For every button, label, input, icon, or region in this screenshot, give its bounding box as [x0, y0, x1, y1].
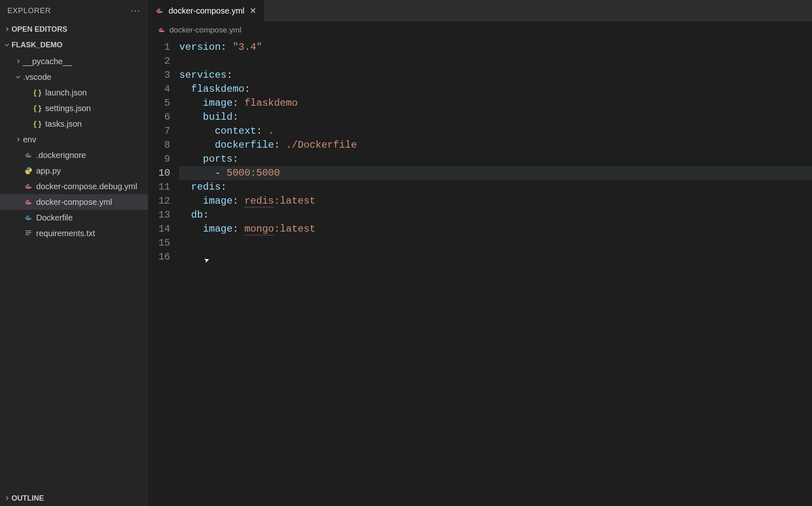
tree-item-label: settings.json: [45, 104, 91, 113]
file-item[interactable]: .dockerignore: [0, 147, 148, 163]
code-line[interactable]: [179, 250, 812, 264]
line-number: 7: [148, 124, 170, 138]
line-gutter: 12345678910111213141516: [148, 39, 179, 506]
line-number: 15: [148, 236, 170, 250]
outline-section[interactable]: OUTLINE: [0, 490, 148, 506]
folder-item[interactable]: __pycache__: [0, 53, 148, 69]
line-number: 4: [148, 82, 170, 96]
code-line[interactable]: image: flaskdemo: [179, 96, 812, 110]
svg-rect-31: [160, 28, 161, 29]
code-line[interactable]: redis:: [179, 180, 812, 194]
tree-item-label: __pycache__: [23, 57, 72, 66]
line-number: 11: [148, 180, 170, 194]
folder-item[interactable]: env: [0, 132, 148, 147]
svg-rect-2: [28, 154, 29, 156]
chevron-right-icon: [2, 495, 12, 501]
whale-icon: [155, 7, 164, 15]
line-number: 14: [148, 222, 170, 236]
code-line[interactable]: image: redis:latest: [179, 194, 812, 208]
code-line[interactable]: [179, 236, 812, 250]
file-item[interactable]: docker-compose.yml: [0, 194, 148, 210]
code-line[interactable]: dockerfile: ./Dockerfile: [179, 138, 812, 152]
svg-rect-30: [161, 30, 162, 30]
svg-rect-19: [28, 216, 29, 217]
file-item[interactable]: { }tasks.json: [0, 116, 148, 132]
svg-rect-16: [27, 217, 28, 218]
tree-item-label: docker-compose.yml: [36, 197, 112, 207]
svg-rect-23: [157, 10, 158, 11]
outline-label: OUTLINE: [12, 494, 44, 503]
file-item[interactable]: Dockerfile: [0, 210, 148, 225]
workspace-section[interactable]: FLASK_DEMO: [0, 37, 148, 53]
svg-rect-26: [158, 9, 159, 10]
code-line[interactable]: ports:: [179, 152, 812, 166]
line-number: 3: [148, 68, 170, 82]
code-line[interactable]: flaskdemo:: [179, 82, 812, 96]
code-line[interactable]: db:: [179, 208, 812, 222]
folder-item[interactable]: .vscode: [0, 69, 148, 85]
tree-item-label: docker-compose.debug.yml: [36, 182, 137, 191]
docker-dim-icon: [23, 151, 34, 159]
svg-rect-24: [158, 10, 159, 11]
svg-rect-6: [27, 186, 28, 187]
chevron-right-icon: [13, 137, 23, 142]
svg-rect-3: [27, 153, 28, 154]
svg-rect-1: [27, 154, 28, 156]
file-item[interactable]: requirements.txt: [0, 225, 148, 241]
code-line[interactable]: [179, 54, 812, 68]
code-line[interactable]: - 5000:5000: [179, 166, 812, 180]
text-icon: [23, 230, 34, 237]
open-editors-section[interactable]: OPEN EDITORS: [0, 21, 148, 37]
tree-item-label: app.py: [36, 166, 61, 176]
svg-rect-9: [28, 184, 29, 186]
file-tree: __pycache__.vscode{ }launch.json{ }setti…: [0, 53, 148, 490]
workspace-label: FLASK_DEMO: [12, 41, 62, 49]
tab-docker-compose[interactable]: docker-compose.yml ✕: [148, 0, 264, 21]
tree-item-label: Dockerfile: [36, 213, 73, 223]
tab-bar: docker-compose.yml ✕: [148, 0, 812, 21]
explorer-more-icon[interactable]: ···: [131, 5, 141, 16]
breadcrumb-label: docker-compose.yml: [169, 26, 241, 35]
code-line[interactable]: version: "3.4": [179, 40, 812, 54]
svg-rect-27: [159, 9, 160, 10]
svg-rect-10: [25, 201, 27, 202]
json-icon: { }: [32, 120, 43, 128]
svg-rect-17: [28, 217, 29, 218]
chevron-down-icon: [13, 74, 23, 80]
explorer-title: EXPLORER: [7, 7, 51, 15]
svg-rect-14: [28, 200, 29, 201]
svg-rect-8: [27, 184, 28, 186]
tab-label: docker-compose.yml: [169, 6, 245, 16]
line-number: 8: [148, 138, 170, 152]
tree-item-label: requirements.txt: [36, 229, 95, 238]
tree-item-label: tasks.json: [45, 119, 82, 129]
explorer-sidebar: EXPLORER ··· OPEN EDITORS FLASK_DEMO __p…: [0, 0, 148, 506]
line-number: 5: [148, 96, 170, 110]
line-number: 12: [148, 194, 170, 208]
tree-item-label: launch.json: [45, 88, 87, 97]
code-editor[interactable]: 12345678910111213141516 ➤ version: "3.4"…: [148, 39, 812, 506]
open-editors-label: OPEN EDITORS: [12, 25, 67, 34]
whale-icon: [23, 182, 34, 190]
code-line[interactable]: services:: [179, 68, 812, 82]
tree-item-label: env: [23, 135, 36, 144]
file-item[interactable]: app.py: [0, 163, 148, 179]
line-number: 6: [148, 110, 170, 124]
code-content[interactable]: ➤ version: "3.4"services: flaskdemo: ima…: [179, 39, 812, 506]
breadcrumb[interactable]: docker-compose.yml: [148, 21, 812, 39]
file-item[interactable]: { }settings.json: [0, 100, 148, 116]
svg-rect-32: [161, 28, 162, 29]
file-item[interactable]: docker-compose.debug.yml: [0, 179, 148, 194]
svg-rect-4: [28, 153, 29, 154]
code-line[interactable]: image: mongo:latest: [179, 222, 812, 236]
line-number: 10: [148, 166, 170, 180]
svg-rect-11: [27, 201, 28, 202]
line-number: 1: [148, 40, 170, 54]
svg-rect-0: [25, 154, 27, 156]
code-line[interactable]: context: .: [179, 124, 812, 138]
svg-rect-12: [28, 201, 29, 202]
svg-rect-18: [27, 216, 28, 217]
code-line[interactable]: build:: [179, 110, 812, 124]
file-item[interactable]: { }launch.json: [0, 85, 148, 100]
close-icon[interactable]: ✕: [250, 6, 257, 16]
